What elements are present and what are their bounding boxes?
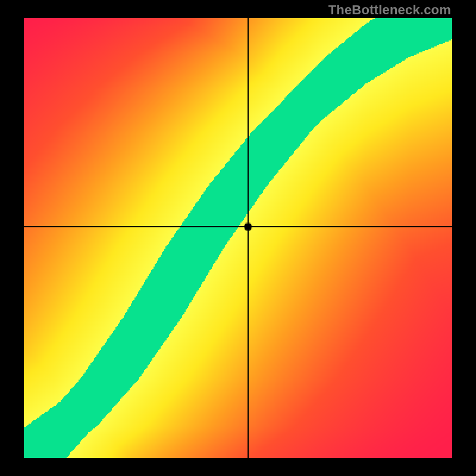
watermark-label: TheBottleneck.com bbox=[328, 2, 451, 18]
plot-area bbox=[24, 18, 452, 458]
chart-frame: TheBottleneck.com bbox=[0, 0, 476, 476]
bottleneck-heatmap bbox=[24, 18, 452, 458]
